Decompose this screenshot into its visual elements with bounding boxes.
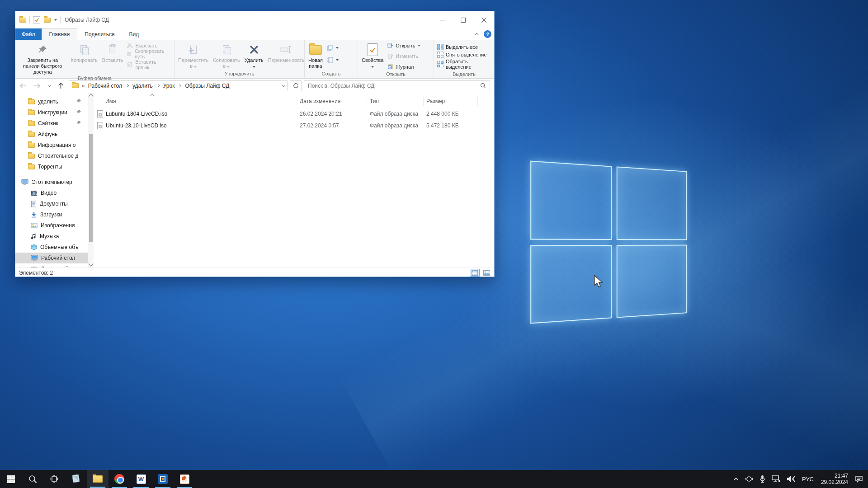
copy-to-button[interactable]: Копироватьв [211,41,242,69]
taskbar-computer-icon[interactable] [65,470,87,488]
tab-home[interactable]: Главная [42,28,78,40]
history-icon [387,64,393,70]
breadcrumb-item[interactable]: Рабочий стол [88,83,122,89]
breadcrumb-item[interactable]: удалить [132,83,153,89]
sidebar-scrollbar[interactable] [88,93,94,267]
refresh-button[interactable] [290,80,302,91]
language-indicator[interactable]: РУС [798,476,817,483]
tab-file[interactable]: Файл [15,28,42,40]
tray-app-button[interactable] [742,470,756,488]
folder-icon [28,121,35,126]
sidebar-item-local-disk[interactable]: Локальный дис [15,263,88,267]
taskbar-search-button[interactable] [22,470,43,488]
task-view-button[interactable] [43,470,65,488]
sidebar-item-informacia[interactable]: Информация о [15,140,88,150]
recent-locations-button[interactable] [45,80,52,91]
column-header-size[interactable]: Размер [424,97,478,106]
new-item-button[interactable] [327,45,339,51]
column-header-type[interactable]: Тип [367,97,424,106]
edit-button[interactable]: Изменить [387,53,420,59]
address-bar[interactable]: « Рабочий стол удалить Урок Образы Лайф … [69,80,288,91]
open-button[interactable]: Открыть [387,42,420,48]
scrollbar-thumb[interactable] [89,134,93,242]
help-button[interactable]: ? [484,30,491,38]
sidebar-item-pictures[interactable]: Изображения [15,220,88,231]
sidebar-item-stroitelnoe[interactable]: Строительное д [15,150,88,161]
search-input[interactable]: Поиск в: Образы Лайф СД [304,80,490,91]
taskbar-powerpoint[interactable] [174,470,195,488]
column-header-date[interactable]: Дата изменения [297,97,367,106]
volume-button[interactable] [783,470,798,488]
ribbon-group-open: Свойства Открыть Изменить Журнал [358,40,434,78]
up-button[interactable] [55,80,66,91]
new-folder-button[interactable]: Новаяпапка [306,41,325,69]
edit-icon [387,53,393,59]
history-button[interactable]: Журнал [387,64,420,70]
column-header-name[interactable]: Имя [94,97,297,106]
sidebar-item-desktop[interactable]: Рабочий стол [15,253,88,263]
taskbar-word[interactable]: W [130,470,152,488]
qat-properties-icon[interactable] [33,16,40,23]
paste-shortcut-button[interactable]: Вставить ярлык [127,59,171,70]
window-folder-icon [19,18,26,23]
ethernet-network-icon [772,475,780,483]
taskbar-clock[interactable]: 21:47 29.02.2024 [817,473,852,485]
taskbar-file-explorer[interactable] [87,470,108,488]
sidebar-item-3d-objects[interactable]: Объемные объ [15,242,88,253]
sidebar-item-this-pc[interactable]: Этот компьютер [15,177,88,188]
scroll-up-icon[interactable] [88,94,93,99]
breadcrumb-item[interactable]: Образы Лайф СД [185,83,229,89]
file-row[interactable]: Ubuntu-23.10-LiveCD.iso 27.02.2024 0:57 … [94,121,494,131]
sidebar-item-documents[interactable]: Документы [15,198,88,209]
taskbar-vmware[interactable] [152,470,174,488]
select-none-button[interactable]: Снять выделение [437,52,491,58]
cut-button[interactable]: Вырезать [127,42,171,48]
minimize-button[interactable] [432,11,453,28]
sidebar-item-instrukcii[interactable]: Инструкции [15,107,88,118]
sidebar-item-aifun[interactable]: Айфунь [15,129,88,140]
maximize-button[interactable] [453,11,473,28]
sidebar-item-udalit[interactable]: удалить [15,96,88,107]
copy-button[interactable]: Копировать [69,41,100,63]
sidebar-item-torrenty[interactable]: Торренты [15,161,88,172]
details-view-button[interactable] [470,269,480,277]
close-button[interactable] [473,11,494,28]
move-to-button[interactable]: Переместитьв [176,41,211,69]
file-row[interactable]: Lubuntu-1804-LiveCD.iso 26.02.2024 20:21… [94,109,494,119]
action-center-button[interactable] [852,470,866,488]
paste-button[interactable]: Вставить [100,41,126,63]
easy-access-button[interactable] [327,57,339,63]
sidebar-item-saitkik[interactable]: Сайткик [15,118,88,129]
sidebar-item-video[interactable]: Видео [15,188,88,198]
hidden-icons-button[interactable] [730,470,742,488]
crumb-overflow[interactable]: « [82,83,85,89]
sidebar-item-music[interactable]: Музыка [15,231,88,242]
rename-button[interactable]: Переименовать [266,41,307,63]
minimize-ribbon-icon[interactable] [474,33,479,38]
qat-new-folder-icon[interactable] [44,18,51,23]
taskbar-chrome[interactable] [108,470,130,488]
invert-selection-icon [437,61,443,67]
breadcrumb-item[interactable]: Урок [163,83,175,89]
address-dropdown-icon[interactable] [282,83,285,87]
sidebar-item-downloads[interactable]: Загрузки [15,209,88,220]
microphone-button[interactable] [756,470,769,488]
tab-share[interactable]: Поделиться [77,28,122,40]
qat-customize-caret-icon[interactable] [54,19,57,21]
select-all-button[interactable]: Выделить все [437,44,491,50]
copy-path-button[interactable]: Скопировать путь [127,48,171,59]
group-label-open: Открыть [359,71,432,78]
delete-button[interactable]: Удалить [242,41,266,69]
invert-selection-button[interactable]: Обратить выделение [437,59,491,70]
rename-icon [280,42,292,57]
large-icons-view-button[interactable] [481,269,491,277]
tab-view[interactable]: Вид [122,28,146,40]
file-explorer-window: Образы Лайф СД Файл Главная Поделиться В… [15,11,495,277]
network-button[interactable] [769,470,783,488]
back-button[interactable] [17,80,29,91]
forward-button[interactable] [31,80,43,91]
start-button[interactable] [0,470,22,488]
pin-to-quick-access-button[interactable]: Закрепить на панели быстрого доступа [17,41,69,75]
scroll-down-icon[interactable] [88,261,93,266]
properties-button[interactable]: Свойства [359,41,386,69]
